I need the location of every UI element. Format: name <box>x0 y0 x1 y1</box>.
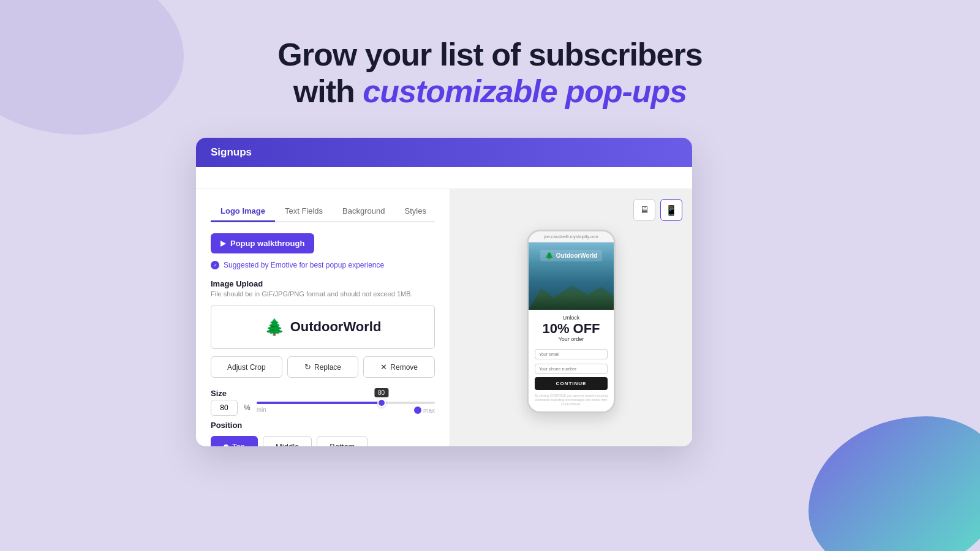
right-panel: 🖥 📱 joe-caccinelli.myshopify.com 🌲 Outdo… <box>450 189 692 446</box>
left-panel: Logo Image Text Fields Background Styles… <box>196 189 450 446</box>
position-top-button[interactable]: Top <box>211 436 258 446</box>
suggestion-check-icon <box>211 261 219 269</box>
size-input[interactable] <box>211 400 238 416</box>
content-area: Logo Image Text Fields Background Styles… <box>196 189 692 446</box>
adjust-crop-label: Adjust Crop <box>227 363 266 372</box>
phone-popup: 🌲 OutdoorWorld Unlock 10% OFF Your order <box>529 242 614 411</box>
max-text: max <box>423 407 435 414</box>
phone-address-bar: joe-caccinelli.myshopify.com <box>529 231 614 242</box>
slider-thumb[interactable] <box>377 399 386 407</box>
mobile-view-button[interactable]: 📱 <box>660 199 682 221</box>
popup-your-order-text: Your order <box>535 336 608 342</box>
popup-mountains <box>529 279 614 310</box>
position-bottom-label: Bottom <box>330 442 355 446</box>
size-label: Size <box>211 389 435 398</box>
emotive-dot-icon <box>414 407 421 414</box>
image-action-buttons: Adjust Crop ↻ Replace ✕ Remove <box>211 356 435 378</box>
position-bottom-button[interactable]: Bottom <box>317 436 368 446</box>
replace-label: Replace <box>314 363 341 372</box>
walkthrough-label: Popup walkthrough <box>230 239 304 248</box>
image-upload-label: Image Upload <box>211 279 435 288</box>
replace-button[interactable]: ↻ Replace <box>287 356 359 378</box>
popup-cta-button[interactable]: CONTINUE <box>535 377 608 390</box>
popup-email-input[interactable] <box>535 349 608 359</box>
position-top-label: Top <box>232 442 245 446</box>
headline-line2-plain: with <box>293 73 363 109</box>
slider-min-label: min <box>257 407 266 414</box>
size-unit: % <box>244 403 251 412</box>
tab-text-fields[interactable]: Text Fields <box>275 201 333 222</box>
adjust-crop-button[interactable]: Adjust Crop <box>211 356 282 378</box>
popup-phone-input[interactable] <box>535 364 608 374</box>
slider-fill <box>257 402 382 404</box>
image-upload-sublabel: File should be in GIF/JPG/PNG format and… <box>211 290 435 298</box>
tab-styles[interactable]: Styles <box>394 201 435 222</box>
signups-bar: Signups <box>196 138 692 167</box>
phone-mockup: joe-caccinelli.myshopify.com 🌲 OutdoorWo… <box>527 230 616 413</box>
slider-minmax: min max <box>257 407 435 414</box>
replace-icon: ↻ <box>304 362 311 372</box>
remove-button[interactable]: ✕ Remove <box>363 356 435 378</box>
position-middle-label: Middle <box>276 442 299 446</box>
device-toggle: 🖥 📱 <box>633 199 682 221</box>
tab-background[interactable]: Background <box>333 201 394 222</box>
slider-max-label: max <box>414 407 435 414</box>
popup-logo-brand: OutdoorWorld <box>556 252 598 259</box>
popup-discount-text: 10% OFF <box>535 322 608 335</box>
suggestion-text: Suggested by Emotive for best popup expe… <box>224 261 384 269</box>
headline-line1: Grow your list of subscribers <box>0 37 980 73</box>
position-label: Position <box>211 421 435 430</box>
tab-logo-image[interactable]: Logo Image <box>211 201 275 222</box>
popup-content: Unlock 10% OFF Your order CONTINUE By cl… <box>529 310 614 411</box>
main-card: Signups Logo Image Text Fields Backgroun… <box>196 138 692 446</box>
slider-track[interactable] <box>257 402 435 404</box>
popup-logo-area: 🌲 OutdoorWorld <box>540 250 603 261</box>
popup-hero-area: 🌲 OutdoorWorld <box>529 242 614 310</box>
logo-brand-name: OutdoorWorld <box>290 319 382 335</box>
desktop-view-button[interactable]: 🖥 <box>633 199 655 221</box>
logo-preview-area: 🌲 OutdoorWorld <box>211 305 435 349</box>
headline-line2: with customizable pop-ups <box>0 73 980 110</box>
logo-tree-icon: 🌲 <box>265 318 284 337</box>
headline-line2-accent: customizable pop-ups <box>363 73 687 109</box>
top-strip <box>196 167 692 189</box>
remove-icon: ✕ <box>380 362 387 372</box>
popup-logo-tree-icon: 🌲 <box>545 252 554 260</box>
popup-logo-banner: 🌲 OutdoorWorld <box>540 250 603 261</box>
position-buttons: Top Middle Bottom <box>211 436 435 446</box>
signups-label: Signups <box>211 146 252 158</box>
popup-unlock-text: Unlock <box>535 315 608 321</box>
remove-label: Remove <box>390 363 418 372</box>
popup-walkthrough-button[interactable]: Popup walkthrough <box>211 233 314 253</box>
size-slider-container: 80 min max <box>257 402 435 414</box>
position-middle-button[interactable]: Middle <box>263 436 312 446</box>
tabs-container: Logo Image Text Fields Background Styles <box>211 201 435 222</box>
background-blob-bottom-right <box>809 416 980 551</box>
position-top-dot <box>224 444 228 447</box>
slider-bubble: 80 <box>374 388 388 397</box>
suggestion-banner: Suggested by Emotive for best popup expe… <box>211 261 435 269</box>
popup-footer-text: By clicking CONTINUE you agree to receiv… <box>535 394 608 407</box>
play-icon <box>221 241 226 247</box>
headline-container: Grow your list of subscribers with custo… <box>0 37 980 110</box>
size-row: % 80 min max <box>211 400 435 416</box>
logo-preview-content: 🌲 OutdoorWorld <box>265 318 382 337</box>
